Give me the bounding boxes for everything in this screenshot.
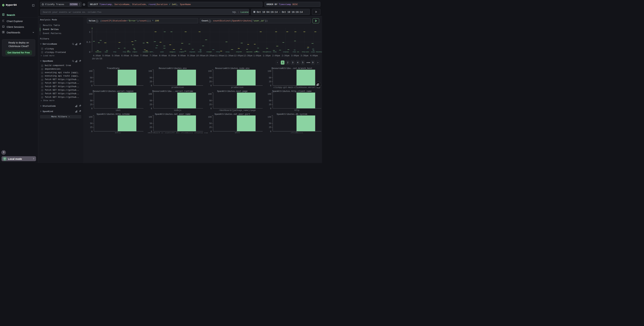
svg-text:SpanAttributes.net.peer.port: SpanAttributes.net.peer.port — [214, 113, 250, 115]
svg-text:0: 0 — [91, 130, 92, 133]
svg-text:100: 100 — [268, 93, 271, 95]
svg-text:ResourceAttributes.node.env: ResourceAttributes.node.env — [215, 67, 250, 70]
svg-text:50: 50 — [209, 77, 212, 79]
svg-text:25: 25 — [150, 81, 152, 83]
svg-text:100: 100 — [208, 116, 212, 118]
svg-text:1: 1 — [89, 31, 90, 33]
svg-text:https: https — [115, 132, 121, 133]
svg-text:7:30am: 7:30am — [150, 54, 158, 57]
svg-text:0: 0 — [151, 108, 152, 110]
svg-text:100: 100 — [208, 93, 212, 95]
svg-text:4:00pm: 4:00pm — [310, 54, 318, 57]
svg-text:0: 0 — [91, 85, 92, 87]
svg-text:0: 0 — [210, 108, 212, 110]
svg-text:25: 25 — [150, 103, 152, 106]
svg-text:25: 25 — [90, 81, 92, 83]
svg-text:2:30pm: 2:30pm — [282, 54, 289, 57]
svg-text:10:00am: 10:00am — [196, 54, 205, 57]
svg-text:0: 0 — [210, 85, 212, 87]
svg-text:12:00pm: 12:00pm — [234, 54, 243, 57]
svg-text:25: 25 — [269, 103, 271, 106]
svg-text:iad1: iad1 — [116, 109, 120, 112]
svg-text:0: 0 — [91, 108, 92, 110]
svg-text:0: 0 — [210, 130, 212, 133]
svg-text:6:00am: 6:00am — [121, 54, 129, 57]
svg-text:25: 25 — [90, 126, 92, 129]
svg-text:production: production — [231, 86, 244, 89]
svg-text:1:30pm: 1:30pm — [263, 54, 270, 57]
svg-text:50: 50 — [269, 77, 271, 79]
svg-text:100: 100 — [89, 116, 92, 118]
svg-text:5:00am: 5:00am — [102, 54, 110, 57]
svg-text:ResourceAttributes.env: ResourceAttributes.env — [158, 67, 187, 70]
svg-text:clickpy-git-main-clickhouse.ve: clickpy-git-main-clickhouse.vercel.app — [273, 86, 320, 89]
svg-text:50: 50 — [209, 122, 212, 125]
svg-text:12:30pm: 12:30pm — [243, 54, 252, 57]
svg-text:50: 50 — [90, 100, 92, 102]
svg-text:SpanAttributes.next.page: SpanAttributes.next.page — [217, 90, 248, 93]
svg-text:/dashboard/[package_name]/page: /dashboard/[package_name]/page — [219, 109, 256, 112]
svg-text:z5prz9ggc4.us-central1.gcp.cli: z5prz9ggc4.us-central1.gcp.clickhouse-st… — [148, 132, 208, 133]
svg-text:25: 25 — [209, 81, 212, 83]
svg-text:8:00am: 8:00am — [159, 54, 167, 57]
svg-text:0: 0 — [151, 85, 152, 87]
svg-text:5:30am: 5:30am — [112, 54, 120, 57]
svg-text:TraceState: TraceState — [107, 67, 120, 70]
svg-text:50: 50 — [209, 100, 212, 102]
svg-text:100: 100 — [268, 116, 271, 118]
svg-text:11:30am: 11:30am — [224, 54, 234, 57]
svg-text:11:00am: 11:00am — [215, 54, 224, 57]
svg-text:0.5: 0.5 — [86, 41, 90, 44]
svg-text:100: 100 — [148, 93, 152, 95]
svg-text:6:30am: 6:30am — [130, 54, 138, 57]
svg-text:ResourceAttribu...vercel.runti: ResourceAttribu...vercel.runtime — [152, 90, 193, 93]
svg-text:100: 100 — [89, 93, 92, 95]
svg-text:clickhouse: clickhouse — [291, 132, 303, 133]
svg-text:SpanAttributes.net.peer.name: SpanAttributes.net.peer.name — [155, 113, 190, 115]
svg-text:10/10/25: 10/10/25 — [92, 58, 102, 60]
svg-text:50: 50 — [150, 77, 152, 79]
svg-text:8443: 8443 — [235, 132, 240, 133]
svg-text:0: 0 — [270, 130, 271, 133]
svg-text:0: 0 — [270, 108, 271, 110]
svg-text:9:00am: 9:00am — [178, 54, 186, 57]
svg-text:25: 25 — [209, 126, 212, 129]
svg-text:SpanAttributes.http.scheme: SpanAttributes.http.scheme — [96, 113, 130, 115]
svg-text:25: 25 — [150, 126, 152, 129]
svg-text:50: 50 — [90, 122, 92, 125]
svg-text:25: 25 — [269, 126, 271, 129]
svg-text:SpanAttributes.http.client.nam: SpanAttributes.http.client.name — [272, 90, 312, 93]
svg-text:7:00am: 7:00am — [140, 54, 148, 57]
svg-text:SpanAttributes.db.system: SpanAttributes.db.system — [276, 113, 307, 115]
svg-text:production: production — [171, 86, 184, 89]
svg-text:100: 100 — [148, 70, 152, 72]
svg-text:50: 50 — [269, 122, 271, 125]
svg-text:9:30am: 9:30am — [187, 54, 195, 57]
svg-text:25: 25 — [269, 81, 271, 83]
svg-text:50: 50 — [90, 77, 92, 79]
svg-text:2:00pm: 2:00pm — [272, 54, 280, 57]
svg-text:100: 100 — [268, 70, 271, 72]
svg-text:nodejs: nodejs — [174, 109, 181, 112]
svg-text:25: 25 — [90, 103, 92, 106]
svg-text:25: 25 — [209, 103, 212, 106]
svg-text:50: 50 — [150, 122, 152, 125]
svg-text:ResourceAttributes.vercel.regi: ResourceAttributes.vercel.region — [93, 90, 134, 93]
svg-text:0: 0 — [270, 85, 271, 87]
svg-text:50: 50 — [269, 100, 271, 102]
svg-text:3:30pm: 3:30pm — [300, 54, 308, 57]
svg-text:ResourceAttribu..cel.branch_ho: ResourceAttribu..cel.branch_host — [272, 67, 312, 70]
svg-text:100: 100 — [89, 70, 92, 72]
svg-text:http: http — [294, 109, 299, 112]
svg-text:50: 50 — [150, 100, 152, 102]
svg-text:100: 100 — [148, 116, 152, 118]
svg-text:100: 100 — [208, 70, 212, 72]
svg-text:1:00pm: 1:00pm — [253, 54, 261, 57]
svg-text:0: 0 — [89, 51, 90, 53]
svg-text:3:00pm: 3:00pm — [291, 54, 299, 57]
svg-text:4:30am: 4:30am — [93, 54, 101, 57]
svg-text:10:30am: 10:30am — [206, 54, 214, 57]
svg-text:8:30am: 8:30am — [168, 54, 176, 57]
